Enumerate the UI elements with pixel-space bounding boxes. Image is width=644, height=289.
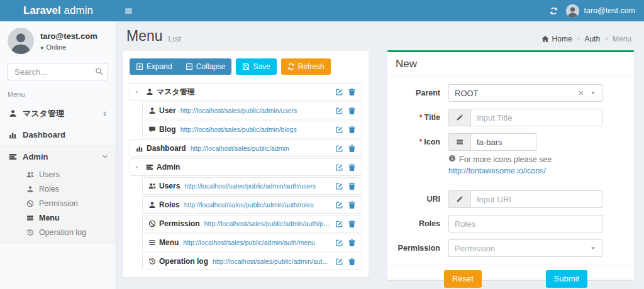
- logo-bold: Laravel: [23, 4, 61, 17]
- pencil-icon: [448, 109, 470, 126]
- trash-icon[interactable]: [348, 258, 356, 266]
- caret-down-icon: [590, 90, 596, 96]
- trash-icon[interactable]: [348, 239, 356, 247]
- permission-select[interactable]: Permission: [448, 239, 602, 257]
- breadcrumb-home[interactable]: Home: [541, 35, 572, 43]
- online-dot: ●: [40, 45, 43, 51]
- content-header: Menu List Home > Auth > Menu: [123, 25, 635, 50]
- sidebar-item-master-management[interactable]: マスタ管理: [0, 103, 116, 124]
- submit-button[interactable]: Submit: [546, 270, 587, 288]
- tree-toolbar: Expand Collapse Save Refresh: [130, 58, 362, 75]
- refresh-icon[interactable]: [550, 7, 558, 15]
- breadcrumb: Home > Auth > Menu: [541, 30, 631, 43]
- breadcrumb-auth[interactable]: Auth: [584, 35, 600, 43]
- edit-icon[interactable]: [335, 239, 343, 247]
- navbar-right: taro@test.com: [550, 0, 644, 21]
- edit-icon[interactable]: [335, 258, 343, 266]
- edit-icon[interactable]: [335, 144, 343, 153]
- tree-row-url[interactable]: http://localhost/sales/public/admin: [191, 144, 331, 152]
- clear-icon[interactable]: [578, 90, 584, 96]
- form-title: New: [387, 52, 634, 76]
- pencil-icon: [448, 190, 470, 208]
- trash-icon[interactable]: [348, 126, 356, 134]
- sidebar-toggle-button[interactable]: [116, 0, 140, 21]
- bars-icon: [125, 6, 133, 16]
- history-icon: [25, 229, 35, 236]
- edit-icon[interactable]: [335, 182, 343, 190]
- trash-icon[interactable]: [348, 201, 356, 209]
- required-marker: *: [419, 113, 423, 122]
- app-logo[interactable]: Laravel admin: [0, 0, 116, 21]
- expand-button[interactable]: Expand: [130, 58, 179, 75]
- comment-icon: [148, 126, 156, 133]
- breadcrumb-separator: >: [604, 35, 608, 42]
- user-icon: [146, 88, 153, 95]
- edit-icon[interactable]: [335, 107, 343, 115]
- tree-row-url[interactable]: http://localhost/sales/public/admin/auth…: [184, 182, 331, 190]
- collapse-button[interactable]: Collapse: [179, 58, 232, 75]
- menu-tree-box: Expand Collapse Save Refresh マスタ管理Userht…: [123, 50, 369, 278]
- edit-icon[interactable]: [335, 163, 343, 172]
- navbar-user-email: taro@test.com: [584, 6, 635, 15]
- sidebar-user-name: taro@test.com: [40, 31, 97, 41]
- top-navbar: Laravel admin taro@test.com: [0, 0, 644, 21]
- parent-field-row: Parent ROOT: [392, 84, 623, 102]
- sidebar-item-operation-log[interactable]: Operation log: [0, 225, 116, 239]
- breadcrumb-current: Menu: [613, 35, 631, 43]
- fontawesome-link[interactable]: http://fontawesome.io/icons/: [448, 165, 623, 177]
- permission-label: Permission: [392, 239, 440, 257]
- permission-select-placeholder: Permission: [455, 244, 495, 253]
- tree-row-url[interactable]: http://localhost/sales/public/admin/auth…: [213, 258, 331, 265]
- navbar-user-menu[interactable]: taro@test.com: [566, 4, 635, 18]
- search-input[interactable]: [8, 63, 108, 80]
- collapse-handle[interactable]: [136, 166, 146, 168]
- tree-row-url[interactable]: http://localhost/sales/public/admin/blog…: [180, 126, 331, 133]
- edit-icon[interactable]: [335, 201, 343, 209]
- roles-input[interactable]: [448, 215, 602, 232]
- save-button[interactable]: Save: [236, 58, 276, 75]
- trash-icon[interactable]: [348, 144, 356, 153]
- uri-input[interactable]: [470, 190, 602, 208]
- edit-icon[interactable]: [335, 126, 343, 134]
- edit-icon[interactable]: [335, 220, 343, 228]
- sidebar-item-menu[interactable]: Menu: [0, 210, 116, 225]
- trash-icon[interactable]: [348, 163, 356, 172]
- edit-icon[interactable]: [335, 88, 343, 96]
- content-area: Menu List Home > Auth > Menu Expand Coll…: [116, 21, 644, 289]
- sidebar: taro@test.com ●Online Menu マスタ管理Dashboar…: [0, 21, 116, 289]
- trash-icon[interactable]: [348, 88, 356, 96]
- tree-row-url[interactable]: http://localhost/sales/public/admin/auth…: [184, 201, 331, 209]
- bars-icon: [25, 214, 35, 222]
- user-icon: [8, 109, 18, 117]
- expand-collapse-group: Expand Collapse: [130, 58, 231, 75]
- icon-input[interactable]: [470, 133, 536, 151]
- tree-row-url[interactable]: http://localhost/sales/public/admin/auth…: [183, 239, 331, 246]
- sidebar-item-admin[interactable]: Admin: [0, 146, 116, 167]
- logo-light: admin: [64, 4, 93, 17]
- sidebar-section-label: Menu: [0, 80, 116, 103]
- users-icon: [148, 182, 156, 190]
- sidebar-item-permission[interactable]: Permission: [0, 196, 116, 210]
- reset-button[interactable]: Reset: [444, 270, 482, 288]
- search-icon[interactable]: [95, 67, 103, 75]
- tree-row-url[interactable]: http://localhost/sales/public/admin/user…: [180, 107, 331, 114]
- collapse-handle[interactable]: [136, 91, 146, 93]
- sidebar-menu: マスタ管理DashboardAdminUsersRolesPermissionM…: [0, 103, 116, 244]
- trash-icon[interactable]: [348, 107, 356, 115]
- tree-row-roles: Roleshttp://localhost/sales/public/admin…: [142, 196, 362, 214]
- tree-row-master-management: マスタ管理: [130, 83, 362, 101]
- sidebar-item-dashboard[interactable]: Dashboard: [0, 124, 116, 146]
- sidebar-item-roles[interactable]: Roles: [0, 182, 116, 196]
- tree-row-user: Userhttp://localhost/sales/public/admin/…: [142, 102, 362, 119]
- sidebar-item-users[interactable]: Users: [0, 167, 116, 182]
- icon-field-row: *Icon: [392, 133, 623, 151]
- tree-row-url[interactable]: http://localhost/sales/public/admin/auth…: [204, 220, 331, 227]
- refresh-button[interactable]: Refresh: [281, 58, 331, 75]
- title-input[interactable]: [470, 109, 602, 126]
- parent-label: Parent: [392, 84, 440, 102]
- trash-icon[interactable]: [348, 182, 356, 190]
- avatar: [8, 28, 34, 54]
- menu-tree-list: マスタ管理Userhttp://localhost/sales/public/a…: [130, 83, 362, 270]
- trash-icon[interactable]: [348, 220, 356, 228]
- parent-select[interactable]: ROOT: [448, 84, 602, 102]
